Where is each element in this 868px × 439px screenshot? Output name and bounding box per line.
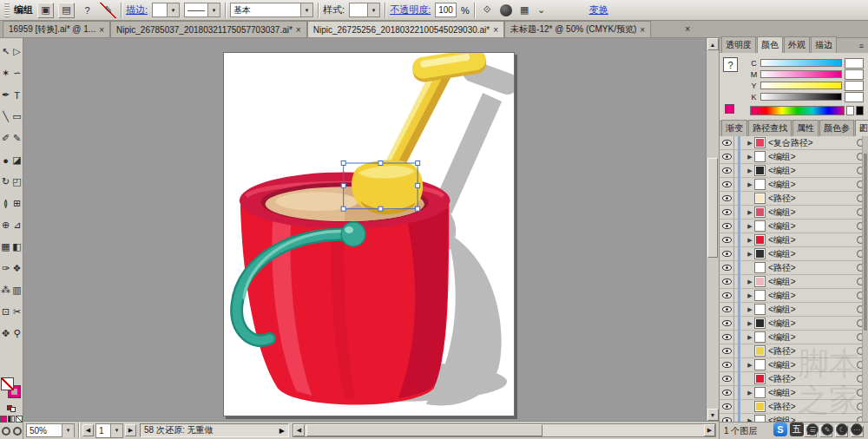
layer-name[interactable]: <复合路径>	[768, 137, 857, 149]
perspective-grid-tool[interactable]: ⊿	[11, 214, 23, 236]
layer-row[interactable]: ▶<编组>	[720, 178, 868, 192]
ime-moon-icon[interactable]: ☾	[836, 423, 848, 436]
layer-thumbnail[interactable]	[754, 401, 766, 412]
document-tab[interactable]: Nipic_26725256_20180322100545029030.ai*×	[307, 21, 504, 37]
layer-name[interactable]: <编组>	[768, 151, 857, 163]
layer-name[interactable]: <编组>	[768, 276, 857, 288]
gradient-button[interactable]	[8, 416, 15, 423]
expand-triangle-icon[interactable]: ▶	[746, 417, 754, 423]
ime-sogou-icon[interactable]: S	[773, 423, 787, 436]
layer-row[interactable]: <路径>	[720, 192, 868, 206]
visibility-cell[interactable]	[720, 386, 734, 399]
layer-thumbnail[interactable]	[754, 206, 766, 218]
slider-k-bar[interactable]	[760, 93, 842, 101]
tab-close-icon[interactable]: ×	[493, 25, 498, 35]
slider-k-value[interactable]	[845, 92, 864, 102]
chevron-down-icon[interactable]: ▾	[207, 3, 220, 16]
layer-thumbnail[interactable]	[754, 179, 766, 190]
chevron-down-icon[interactable]: ⌄	[537, 3, 546, 18]
mesh-tool[interactable]: ▦	[0, 236, 11, 258]
expand-triangle-icon[interactable]: ▶	[746, 167, 754, 174]
artboard-number-combo[interactable]: 1▾	[95, 423, 123, 438]
magic-wand-tool[interactable]: ✶	[0, 62, 11, 84]
layer-name[interactable]: <编组>	[768, 331, 857, 344]
visibility-cell[interactable]	[720, 358, 734, 371]
help-icon[interactable]: ?	[79, 3, 95, 18]
stroke-proxy-chip[interactable]	[725, 104, 734, 114]
expand-triangle-icon[interactable]: ▶	[746, 306, 754, 313]
no-style-pen-icon[interactable]: ✎	[100, 3, 116, 18]
panel-grip-icon[interactable]	[4, 3, 10, 17]
align-grid-icon[interactable]: ▦	[516, 3, 533, 18]
horizontal-scrollbar[interactable]: ◀ ▶	[293, 423, 716, 437]
layer-name[interactable]: <编组>	[768, 415, 857, 423]
gradient-tool[interactable]: ◧	[11, 236, 23, 258]
next-artboard-icon[interactable]: ▶	[125, 424, 136, 436]
vertical-scrollbar[interactable]: ▲ ▼	[706, 38, 719, 421]
blob-brush-tool[interactable]: ●	[0, 149, 11, 171]
ime-menu-icon[interactable]: ☰	[806, 423, 819, 436]
visibility-cell[interactable]	[720, 400, 734, 413]
layer-thumbnail[interactable]	[754, 248, 766, 259]
layer-name[interactable]: <路径>	[768, 345, 857, 357]
white-swatch[interactable]	[846, 106, 854, 115]
layer-thumbnail[interactable]	[754, 234, 766, 246]
canvas-pasteboard[interactable]	[23, 38, 706, 421]
chevron-down-icon[interactable]: ▾	[167, 3, 179, 16]
visibility-cell[interactable]	[720, 317, 734, 330]
layers-scrollbar[interactable]	[862, 136, 868, 422]
layer-thumbnail[interactable]	[754, 331, 766, 343]
line-segment-tool[interactable]: ╲	[0, 106, 11, 128]
layer-name[interactable]: <编组>	[768, 387, 857, 399]
expand-triangle-icon[interactable]: ▶	[746, 181, 754, 188]
layer-thumbnail[interactable]	[754, 415, 766, 422]
layer-name[interactable]: <编组>	[768, 165, 857, 177]
visibility-cell[interactable]	[720, 275, 734, 288]
layer-row[interactable]: ▶<编组>	[720, 233, 868, 247]
hand-tool[interactable]: ✥	[0, 323, 11, 344]
tab-transparency[interactable]: 透明度	[721, 36, 756, 53]
tab-close-icon[interactable]: ×	[640, 25, 645, 35]
visibility-cell[interactable]	[720, 233, 734, 246]
layer-row[interactable]: ▶<编组>	[720, 150, 868, 164]
chevron-down-icon[interactable]: ▾	[110, 424, 122, 437]
expand-triangle-icon[interactable]: ▶	[746, 140, 754, 147]
panel-menu-icon[interactable]: ≡	[859, 125, 864, 134]
stroke-weight-combo[interactable]: ▾	[152, 3, 180, 17]
chevron-down-icon[interactable]: ▾	[300, 3, 312, 16]
layer-thumbnail[interactable]	[754, 220, 766, 232]
tab-appearance[interactable]: 外观	[784, 36, 810, 53]
zoom-tool[interactable]: ⚲	[11, 323, 23, 344]
visibility-cell[interactable]	[720, 344, 734, 357]
pen-tool[interactable]: ✒	[0, 84, 11, 106]
draw-mode-button[interactable]	[2, 427, 10, 436]
layer-row[interactable]: ▶<编组>	[720, 206, 868, 220]
visibility-cell[interactable]	[720, 247, 734, 260]
layer-row[interactable]: ▶<编组>	[720, 289, 868, 303]
layer-thumbnail[interactable]	[754, 276, 766, 287]
layer-row[interactable]: ▶<编组>	[720, 220, 868, 233]
layer-row[interactable]: ▶<编组>	[720, 414, 868, 422]
layer-thumbnail[interactable]	[754, 387, 766, 398]
visibility-cell[interactable]	[720, 136, 734, 149]
brush-definition-combo[interactable]: 基本▾	[230, 3, 313, 17]
scroll-right-icon[interactable]: ▶	[704, 424, 715, 436]
tab-close-icon[interactable]: ×	[296, 25, 301, 35]
scroll-left-icon[interactable]: ◀	[293, 424, 305, 436]
layer-row[interactable]: ▶<编组>	[720, 303, 868, 317]
visibility-cell[interactable]	[720, 303, 734, 316]
rectangle-tool[interactable]: ▭	[11, 106, 23, 128]
direct-selection-tool[interactable]: ▷	[11, 41, 23, 62]
slider-c-bar[interactable]	[760, 59, 842, 67]
artboard[interactable]	[223, 52, 515, 416]
document-tab[interactable]: 16959 [转换].ai* @ 1...×	[3, 21, 110, 37]
recolor-artwork-icon[interactable]	[500, 4, 512, 16]
isolate-group-icon[interactable]: ▤	[58, 3, 75, 18]
slice-tool[interactable]: ✂	[11, 301, 23, 323]
graphic-style-combo[interactable]: ▾	[349, 3, 380, 17]
ime-more-icon[interactable]: ⋯	[851, 423, 863, 436]
layer-thumbnail[interactable]	[754, 359, 766, 370]
layer-row[interactable]: <路径>	[720, 372, 868, 386]
layer-thumbnail[interactable]	[754, 290, 766, 301]
layer-thumbnail[interactable]	[754, 262, 766, 273]
